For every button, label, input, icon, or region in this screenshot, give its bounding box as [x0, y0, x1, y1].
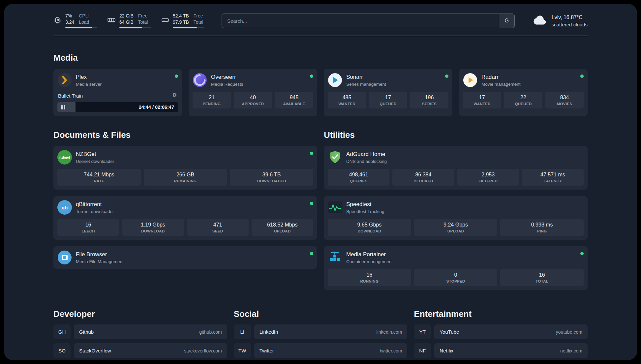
service-title: Plex: [76, 74, 102, 80]
bookmark-group-social: Social LI LinkedIn linkedin.com TW Twitt…: [234, 309, 408, 360]
bookmark-linkedin[interactable]: LI LinkedIn linkedin.com: [234, 324, 408, 339]
stat-tile: 266 GB REMAINING: [144, 169, 227, 186]
stat-tile: 47.571 ms LATENCY: [522, 169, 584, 186]
stat-label: AVAILABLE: [276, 102, 312, 106]
bookmark-url: twitter.com: [380, 348, 402, 353]
memory-total-value: 64 GiB: [119, 19, 134, 25]
stat-tile: 485 WANTED: [328, 92, 366, 108]
stat-label: APPROVED: [235, 102, 271, 106]
stat-tile: 744.21 Mbps RATE: [57, 169, 141, 186]
status-dot-online: [445, 75, 448, 78]
stat-label: UPLOAD: [253, 229, 312, 233]
stat-tile: 618.52 Mbps UPLOAD: [252, 219, 313, 236]
speedtest-graph-icon: [328, 200, 342, 215]
section-title-entertainment: Entertainment: [414, 309, 588, 319]
service-card-qbittorrent[interactable]: qb qBittorrent Torrent downloader 16: [53, 196, 317, 240]
search-bar: G: [222, 14, 515, 28]
stat-tile: 834 MOVIES: [545, 92, 584, 108]
stat-value: 9.24 Gbps: [415, 222, 496, 228]
stat-value: 39.6 TB: [231, 172, 312, 178]
bookmark-name: StackOverflow: [79, 348, 111, 353]
hard-disk-icon: [161, 13, 169, 24]
bookmark-abbr: SO: [53, 343, 71, 358]
stat-label: PENDING: [194, 102, 229, 106]
section-documents-files: Documents & Files nzbget NZBGet Usenet d…: [53, 130, 317, 269]
service-subtitle: Movie management: [481, 82, 521, 87]
stat-value: 21: [194, 95, 229, 101]
service-card-overseerr[interactable]: Overseerr Media Requests 21 PENDING 40 A…: [189, 69, 317, 116]
disk-free-label: Free: [194, 13, 203, 18]
stat-tile: 9.65 Gbps DOWNLOAD: [328, 219, 411, 236]
stat-value: 0.993 ms: [502, 222, 582, 228]
service-subtitle: Speedtest Tracking: [346, 209, 384, 214]
sonarr-icon: [328, 73, 342, 87]
service-card-sonarr[interactable]: Sonarr Series management 485 WANTED 17 Q…: [324, 69, 452, 116]
section-title-media: Media: [53, 53, 588, 63]
service-title: Sonarr: [346, 74, 386, 80]
bookmark-name: Netflix: [440, 348, 453, 353]
bookmark-abbr: TW: [234, 343, 251, 358]
stat-tile: 17 WANTED: [463, 92, 501, 108]
service-subtitle: Container management: [346, 259, 393, 264]
stat-value: 9.65 Gbps: [329, 222, 410, 228]
bookmark-github[interactable]: GH Github github.com: [53, 324, 227, 339]
service-card-radarr[interactable]: Radarr Movie management 17 WANTED 22 QUE…: [459, 69, 588, 116]
pause-icon[interactable]: [61, 105, 65, 109]
stat-value: 86,384: [394, 172, 453, 178]
now-playing-title: Bullet Train: [58, 93, 83, 99]
service-title: AdGuard Home: [346, 151, 387, 158]
stat-value: 47.571 ms: [523, 172, 582, 178]
stat-tile: 0.993 ms PING: [500, 219, 584, 236]
stat-value: 485: [329, 95, 365, 101]
bookmark-url: netflix.com: [560, 348, 582, 353]
stat-label: PING: [502, 229, 582, 233]
service-title: File Browser: [76, 251, 124, 258]
stat-tile: 0 STOPPED: [414, 269, 498, 286]
service-card-portainer[interactable]: Media Portainer Container management 16 …: [324, 246, 588, 290]
service-subtitle: Usenet downloader: [76, 159, 114, 164]
bookmark-youtube[interactable]: YT YouTube youtube.com: [414, 324, 588, 339]
service-card-speedtest[interactable]: Speedtest Speedtest Tracking 9.65 Gbps D…: [324, 196, 588, 240]
nzbget-icon-text: nzbget: [59, 156, 70, 159]
stat-tile: 40 APPROVED: [234, 92, 272, 108]
section-title-utilities: Utilities: [324, 130, 588, 140]
stat-label: DOWNLOAD: [123, 229, 182, 233]
service-title: NZBGet: [76, 151, 114, 158]
bookmark-twitter[interactable]: TW Twitter twitter.com: [234, 343, 408, 358]
service-title: Media Portainer: [346, 251, 393, 258]
stat-label: RATE: [59, 179, 139, 183]
status-dot-online: [310, 152, 313, 155]
gear-icon[interactable]: [172, 92, 177, 99]
stat-value: 40: [235, 95, 271, 101]
service-title: Radarr: [481, 74, 521, 80]
stat-label: DOWNLOAD: [329, 229, 410, 233]
service-card-nzbget[interactable]: nzbget NZBGet Usenet downloader 744.21 M…: [53, 146, 317, 190]
bookmark-name: Twitter: [259, 348, 274, 353]
cpu-widget: 7% 3.24 CPU Load: [53, 13, 97, 28]
stat-label: UPLOAD: [415, 229, 496, 233]
stat-tile: 945 AVAILABLE: [275, 92, 313, 108]
search-input[interactable]: [222, 14, 499, 28]
service-subtitle: Torrent downloader: [76, 209, 114, 214]
stat-value: 16: [329, 272, 410, 278]
stat-label: LATENCY: [523, 179, 582, 183]
cpu-percent: 7%: [65, 13, 74, 18]
status-dot-online: [580, 75, 584, 78]
service-card-plex[interactable]: Plex Media server Bullet Train: [53, 69, 182, 116]
stat-tile: 1.19 Gbps DOWNLOAD: [122, 219, 184, 236]
bookmark-url: youtube.com: [556, 329, 582, 335]
stat-value: 22: [505, 95, 541, 101]
bookmark-netflix[interactable]: NF Netflix netflix.com: [414, 343, 588, 358]
service-card-adguard[interactable]: AdGuard Home DNS and adblocking 498,461 …: [324, 146, 588, 190]
playback-progress-bar[interactable]: 24:44 / 02:06:47: [57, 102, 178, 112]
stat-label: WANTED: [329, 102, 365, 106]
service-subtitle: Series management: [346, 82, 386, 87]
bookmark-name: LinkedIn: [259, 329, 278, 335]
top-bar: 7% 3.24 CPU Load: [53, 13, 588, 28]
stat-value: 17: [370, 95, 406, 101]
service-title: qBittorrent: [76, 201, 114, 208]
search-provider-button[interactable]: G: [499, 14, 515, 28]
bookmark-stackoverflow[interactable]: SO StackOverflow stackoverflow.com: [53, 343, 227, 358]
service-card-filebrowser[interactable]: File Browser Media File Management: [53, 246, 317, 269]
status-dot-online: [310, 75, 313, 78]
